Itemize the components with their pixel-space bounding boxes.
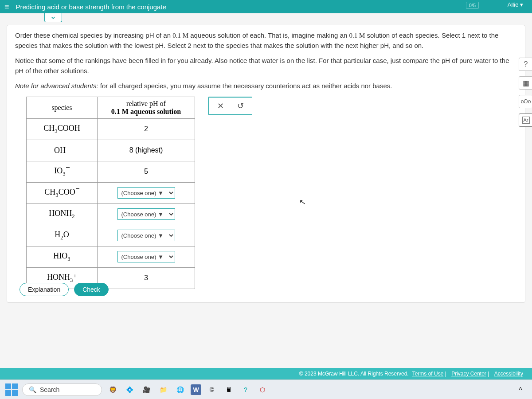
taskbar-app-8[interactable]: 🖩 — [223, 383, 235, 396]
table-row: CH3COO(Choose one) ▼ — [27, 182, 195, 203]
species-table: species relative pH of 0.1 M aqueous sol… — [26, 97, 195, 289]
expand-toggle[interactable] — [44, 13, 62, 22]
table-row: IO35 — [27, 161, 195, 182]
taskbar-search[interactable]: 🔍 Search — [22, 383, 102, 396]
answer-action-panel: ✕ ↺ — [208, 97, 252, 115]
bars-icon[interactable]: oOo — [519, 95, 532, 108]
periodic-table-icon[interactable]: Ar — [519, 113, 532, 127]
col-header-ph: relative pH of 0.1 M aqueous solution — [98, 97, 195, 118]
col-header-species: species — [27, 97, 98, 118]
rank-select[interactable]: (Choose one) ▼ — [117, 187, 175, 199]
taskbar-app-7[interactable]: © — [206, 383, 218, 396]
species-cell: IO3 — [27, 161, 98, 182]
table-row: HONH2(Choose one) ▼ — [27, 203, 195, 225]
calculator-icon[interactable]: ▦ — [519, 76, 532, 90]
species-cell: HIO3 — [27, 246, 98, 267]
species-cell: CH3COO — [27, 182, 98, 203]
terms-link[interactable]: Terms of Use — [412, 371, 444, 377]
table-row: OH8 (highest) — [27, 140, 195, 161]
clear-button[interactable]: ✕ — [217, 101, 224, 111]
menu-icon[interactable]: ≡ — [4, 2, 9, 12]
ph-cell: (Choose one) ▼ — [98, 203, 195, 225]
ph-cell: (Choose one) ▼ — [98, 246, 195, 267]
species-cell: OH — [27, 140, 98, 161]
rank-select[interactable]: (Choose one) ▼ — [117, 230, 175, 241]
windows-taskbar: 🔍 Search 🦁 💠 🎥 📁 🌐 W © 🖩 ? ⬡ ^ — [0, 379, 532, 399]
table-row: H2O(Choose one) ▼ — [27, 225, 195, 246]
explanation-button[interactable]: Explanation — [20, 283, 69, 296]
user-menu[interactable]: Allie ▾ — [508, 1, 523, 8]
ph-cell: 5 — [98, 161, 195, 182]
instruction-p2: Notice that some of the rankings have be… — [15, 56, 517, 76]
page-title: Predicting acid or base strength from th… — [16, 3, 166, 11]
start-button[interactable] — [5, 383, 18, 396]
ph-cell: 8 (highest) — [98, 140, 195, 161]
copyright-bar: © 2023 McGraw Hill LLC. All Rights Reser… — [0, 368, 532, 379]
taskbar-app-6[interactable]: W — [191, 384, 201, 395]
ph-cell: 2 — [98, 118, 195, 140]
help-icon[interactable]: ? — [519, 58, 532, 71]
species-cell: CH3COOH — [27, 118, 98, 140]
taskbar-app-10[interactable]: ⬡ — [256, 383, 269, 396]
ph-cell: (Choose one) ▼ — [98, 182, 195, 203]
species-cell: H2O — [27, 225, 98, 246]
species-cell: HONH2 — [27, 203, 98, 225]
instruction-p3: Note for advanced students: for all char… — [15, 81, 517, 91]
rank-select[interactable]: (Choose one) ▼ — [117, 208, 175, 220]
search-icon: 🔍 — [29, 386, 36, 393]
chevron-down-icon — [50, 15, 56, 21]
ph-cell: (Choose one) ▼ — [98, 225, 195, 246]
progress-meter: 0/5 — [466, 2, 479, 9]
taskbar-app-2[interactable]: 💠 — [123, 383, 136, 396]
accessibility-link[interactable]: Accessibility — [494, 371, 523, 377]
taskbar-app-3[interactable]: 🎥 — [140, 383, 153, 396]
table-row: CH3COOH2 — [27, 118, 195, 140]
taskbar-tray-up[interactable]: ^ — [514, 383, 527, 396]
check-button[interactable]: Check — [74, 283, 109, 296]
table-row: HIO3(Choose one) ▼ — [27, 246, 195, 267]
privacy-link[interactable]: Privacy Center — [451, 371, 486, 377]
taskbar-app-9[interactable]: ? — [239, 383, 252, 396]
taskbar-app-4[interactable]: 📁 — [157, 383, 169, 396]
rank-select[interactable]: (Choose one) ▼ — [117, 251, 175, 262]
ph-cell: 3 — [98, 267, 195, 289]
reset-button[interactable]: ↺ — [237, 101, 244, 111]
taskbar-app-5[interactable]: 🌐 — [174, 383, 186, 396]
instruction-p1: Order these chemical species by increasi… — [15, 31, 517, 51]
tool-sidebar: ? ▦ oOo Ar — [519, 58, 532, 127]
taskbar-app-1[interactable]: 🦁 — [106, 383, 119, 396]
